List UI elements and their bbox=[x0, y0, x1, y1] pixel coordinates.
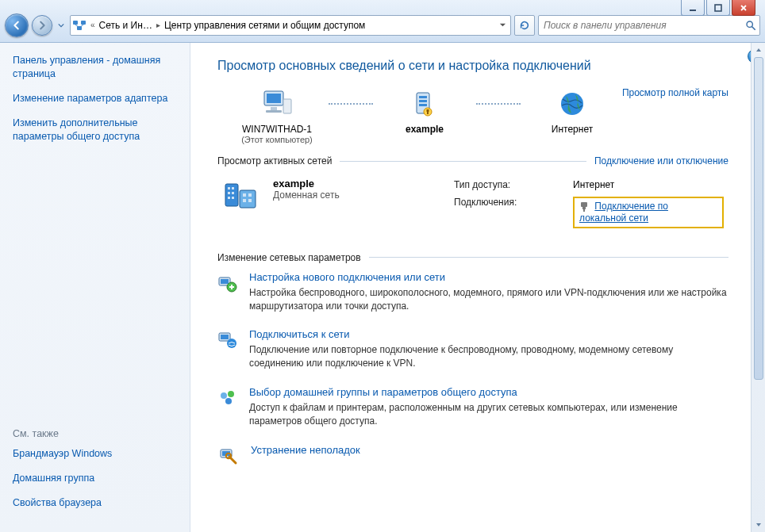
change-settings-title: Изменение сетевых параметров bbox=[217, 252, 361, 263]
svg-rect-24 bbox=[228, 197, 230, 199]
svg-point-41 bbox=[228, 391, 234, 397]
change-item-homegroup[interactable]: Выбор домашней группы и параметров общег… bbox=[217, 386, 728, 428]
minimize-button[interactable] bbox=[681, 0, 705, 16]
domain-network-icon bbox=[222, 178, 259, 214]
node-gateway[interactable]: example bbox=[373, 87, 476, 135]
scroll-track[interactable] bbox=[752, 57, 765, 518]
svg-rect-22 bbox=[228, 192, 230, 194]
connect-network-icon bbox=[217, 328, 238, 370]
computer-icon bbox=[225, 87, 329, 121]
svg-rect-12 bbox=[419, 96, 427, 98]
svg-rect-13 bbox=[419, 100, 427, 102]
change-item-troubleshoot[interactable]: Устранение неполадок bbox=[217, 444, 728, 466]
see-also-link-homegroup[interactable]: Домашняя группа bbox=[13, 472, 177, 485]
change-item-desc: Доступ к файлам и принтерам, расположенн… bbox=[249, 401, 728, 428]
svg-point-18 bbox=[561, 93, 583, 115]
search-icon[interactable] bbox=[745, 20, 756, 31]
svg-rect-27 bbox=[243, 193, 246, 197]
active-networks-header: Просмотр активных сетей Подключение или … bbox=[217, 155, 728, 166]
svg-rect-0 bbox=[690, 10, 696, 11]
scroll-thumb[interactable] bbox=[754, 57, 763, 380]
network-center-icon bbox=[72, 18, 86, 33]
access-type-value: Интернет bbox=[573, 179, 724, 190]
svg-point-39 bbox=[227, 339, 236, 348]
svg-rect-1 bbox=[715, 5, 721, 11]
connect-disconnect-link[interactable]: Подключение или отключение bbox=[594, 155, 728, 166]
page-title: Просмотр основных сведений о сети и наст… bbox=[217, 59, 728, 73]
change-item-desc: Настройка беспроводного, широкополосного… bbox=[249, 286, 728, 313]
sidebar-link-adapter[interactable]: Изменение параметров адаптера bbox=[13, 92, 177, 105]
ethernet-icon bbox=[579, 201, 589, 212]
svg-rect-26 bbox=[240, 190, 256, 208]
svg-rect-20 bbox=[228, 187, 230, 189]
full-map-link[interactable]: Просмотр полной карты bbox=[622, 87, 728, 98]
active-network-card: example Доменная сеть Тип доступа: Интер… bbox=[217, 174, 728, 232]
change-item-new-connection[interactable]: Настройка нового подключения или сети На… bbox=[217, 271, 728, 313]
svg-point-42 bbox=[225, 398, 232, 404]
toolbar: « Сеть и Ин… ▸ Центр управления сетями и… bbox=[0, 0, 765, 43]
see-also-link-browser[interactable]: Свойства браузера bbox=[13, 496, 177, 510]
svg-rect-33 bbox=[583, 209, 585, 212]
access-type-label: Тип доступа: bbox=[454, 179, 565, 190]
server-icon bbox=[373, 87, 476, 121]
svg-rect-31 bbox=[581, 202, 587, 207]
active-network-name: example bbox=[273, 178, 440, 189]
svg-rect-9 bbox=[266, 110, 282, 113]
breadcrumb-prefix: « bbox=[88, 21, 98, 29]
breadcrumb-current[interactable]: Центр управления сетями и общим доступом bbox=[164, 20, 366, 31]
maximize-button[interactable] bbox=[706, 0, 730, 16]
node-this-pc-name: WIN7WITHAD-1 bbox=[225, 124, 329, 135]
connections-label: Подключения: bbox=[454, 197, 565, 228]
svg-rect-8 bbox=[271, 107, 277, 110]
close-button[interactable] bbox=[732, 0, 755, 16]
node-gateway-name: example bbox=[373, 124, 476, 135]
breadcrumb-parent[interactable]: Сеть и Ин… bbox=[99, 20, 152, 31]
node-internet[interactable]: Интернет bbox=[521, 87, 624, 135]
history-dropdown[interactable] bbox=[56, 13, 67, 37]
svg-rect-10 bbox=[283, 99, 291, 113]
forward-button[interactable] bbox=[32, 15, 52, 36]
change-item-title[interactable]: Выбор домашней группы и параметров общег… bbox=[249, 386, 517, 398]
svg-rect-23 bbox=[232, 192, 234, 194]
change-item-title[interactable]: Настройка нового подключения или сети bbox=[249, 271, 445, 283]
connection-link-highlight: Подключение по локальной сети bbox=[573, 197, 724, 228]
network-map: Просмотр полной карты WIN7W bbox=[217, 87, 728, 144]
breadcrumb-separator-icon[interactable]: ▸ bbox=[154, 21, 163, 29]
change-item-connect[interactable]: Подключиться к сети Подключение или повт… bbox=[217, 328, 728, 370]
svg-rect-3 bbox=[81, 21, 86, 25]
scroll-down-arrow[interactable] bbox=[752, 518, 765, 532]
internet-icon bbox=[521, 87, 624, 121]
sidebar-link-home[interactable]: Панель управления - домашняя страница bbox=[13, 54, 177, 81]
sidebar: Панель управления - домашняя страница Из… bbox=[0, 43, 190, 532]
refresh-button[interactable] bbox=[514, 15, 535, 36]
svg-rect-21 bbox=[232, 187, 234, 189]
see-also-link-firewall[interactable]: Брандмауэр Windows bbox=[13, 447, 177, 461]
content-area: Просмотр основных сведений о сети и наст… bbox=[190, 43, 751, 532]
link-line-1 bbox=[329, 87, 373, 121]
scroll-up-arrow[interactable] bbox=[752, 43, 765, 57]
svg-point-40 bbox=[221, 392, 227, 399]
back-button[interactable] bbox=[5, 13, 29, 37]
active-network-type: Доменная сеть bbox=[273, 189, 440, 201]
svg-rect-30 bbox=[248, 199, 252, 202]
change-item-title[interactable]: Устранение неполадок bbox=[251, 444, 360, 456]
svg-rect-25 bbox=[232, 197, 234, 199]
change-item-title[interactable]: Подключиться к сети bbox=[249, 328, 349, 340]
lan-connection-link[interactable]: Подключение по локальной сети bbox=[579, 201, 668, 224]
sidebar-link-sharing[interactable]: Изменить дополнительные параметры общего… bbox=[13, 117, 177, 144]
homegroup-icon bbox=[217, 386, 238, 428]
vertical-scrollbar[interactable] bbox=[751, 43, 765, 532]
svg-rect-38 bbox=[221, 335, 229, 339]
search-input[interactable] bbox=[542, 19, 742, 32]
troubleshoot-icon bbox=[217, 444, 240, 466]
svg-rect-16 bbox=[427, 109, 429, 112]
node-this-pc[interactable]: WIN7WITHAD-1 (Этот компьютер) bbox=[225, 87, 329, 144]
svg-rect-28 bbox=[248, 193, 252, 197]
link-line-2 bbox=[476, 87, 521, 121]
address-bar[interactable]: « Сеть и Ин… ▸ Центр управления сетями и… bbox=[70, 15, 511, 36]
svg-rect-2 bbox=[73, 21, 78, 25]
node-internet-name: Интернет bbox=[521, 124, 624, 135]
address-dropdown[interactable] bbox=[496, 21, 509, 29]
svg-rect-17 bbox=[427, 112, 429, 114]
search-box[interactable] bbox=[538, 15, 760, 36]
